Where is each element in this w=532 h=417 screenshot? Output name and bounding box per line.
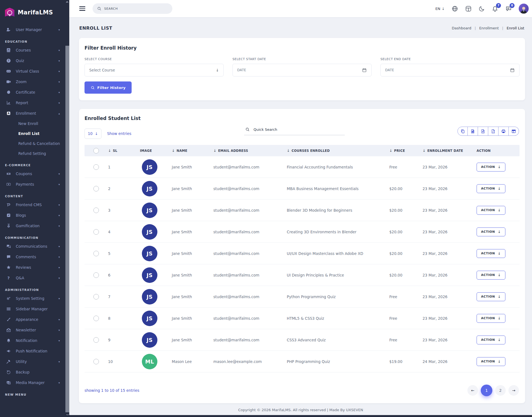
sidebar-item-backup[interactable]: Backup <box>0 367 65 377</box>
row-select-radio[interactable] <box>93 272 99 278</box>
action-button[interactable]: ACTION↓ <box>477 163 505 172</box>
end-date-input[interactable] <box>385 68 510 72</box>
pagination-page-1[interactable]: 1 <box>481 385 492 396</box>
sidebar-subitem-refund-cancellation[interactable]: Refund & Cancellation <box>0 139 65 149</box>
action-button[interactable]: ACTION↓ <box>477 314 505 323</box>
pagination-page-2[interactable]: 2 <box>495 385 506 396</box>
action-button[interactable]: ACTION↓ <box>477 249 505 258</box>
sidebar-item-coupons[interactable]: Coupons▾ <box>0 168 65 179</box>
column-header-email-address[interactable]: ↓EMAIL ADDRESS <box>213 149 287 153</box>
action-button[interactable]: ACTION↓ <box>477 206 505 215</box>
sidebar-item-utility[interactable]: Utility▾ <box>0 356 65 367</box>
row-select-radio[interactable] <box>93 316 99 321</box>
row-select-radio[interactable] <box>93 186 99 191</box>
action-button[interactable]: ACTION↓ <box>477 271 505 280</box>
column-header-sl[interactable]: ↓SL <box>108 149 140 153</box>
file-pdf-button[interactable]: A <box>488 127 498 136</box>
layout-icon[interactable] <box>465 5 472 12</box>
file-csv-button[interactable] <box>478 127 488 136</box>
breadcrumb-enroll-list[interactable]: Enroll List <box>507 26 524 30</box>
sidebar-item-payments[interactable]: Payments▾ <box>0 179 65 190</box>
sidebar-item-notification[interactable]: Notification▾ <box>0 335 65 346</box>
sidebar-item-sidebar-manager[interactable]: Sidebar Manager <box>0 304 65 314</box>
sidebar-item-media-manager[interactable]: Media Manager▾ <box>0 377 65 388</box>
copy-button[interactable] <box>457 127 468 136</box>
global-search-input[interactable] <box>104 7 160 11</box>
sidebar-item-blogs[interactable]: Blogs▾ <box>0 210 65 221</box>
user-avatar[interactable] <box>519 4 529 14</box>
calendar-icon[interactable] <box>510 68 515 73</box>
end-date-field[interactable] <box>380 64 520 76</box>
action-button[interactable]: ACTION↓ <box>477 292 505 301</box>
row-select-radio[interactable] <box>93 359 99 364</box>
student-avatar: JS <box>142 246 157 261</box>
row-select-radio[interactable] <box>93 229 99 235</box>
sidebar-item-communications[interactable]: Communications▾ <box>0 241 65 252</box>
sidebar-subitem-new-enroll[interactable]: New Enroll <box>0 119 65 129</box>
column-header-enrollment-date[interactable]: ↓ENROLLMENT DATE <box>423 149 477 153</box>
row-select-radio[interactable] <box>93 251 99 256</box>
sidebar-item-reviews[interactable]: Reviews▾ <box>0 262 65 273</box>
sidebar-item-quiz[interactable]: ?Quiz▾ <box>0 55 65 66</box>
sidebar-item-frontend-cms[interactable]: Frontend CMS▾ <box>0 199 65 210</box>
hamburger-menu-icon[interactable] <box>79 5 85 12</box>
action-button[interactable]: ACTION↓ <box>477 184 505 193</box>
sidebar-item-courses[interactable]: Courses▾ <box>0 45 65 55</box>
breadcrumb-dashboard[interactable]: Dashboard <box>452 26 471 30</box>
scroll-up-button[interactable] <box>65 0 69 4</box>
columns-button[interactable] <box>509 127 519 136</box>
sidebar-item-comments[interactable]: Comments▾ <box>0 252 65 262</box>
logo-icon <box>4 6 16 19</box>
breadcrumb-enrollment[interactable]: Enrollment <box>479 26 499 30</box>
global-search[interactable] <box>93 3 172 14</box>
notifications-bell-icon[interactable]: 7 <box>492 5 498 12</box>
pagination-next[interactable]: → <box>508 385 519 396</box>
sidebar-item-report[interactable]: Report▾ <box>0 98 65 108</box>
sidebar-item-virtual-class[interactable]: Virtual Class▾ <box>0 66 65 76</box>
sidebar-scrollbar[interactable] <box>65 0 69 417</box>
row-select-radio[interactable] <box>93 294 99 300</box>
dark-mode-moon-icon[interactable] <box>479 6 485 12</box>
filter-history-button[interactable]: Filter History <box>85 81 132 94</box>
sidebar-item-label: Q&A <box>16 276 24 280</box>
file-excel-button[interactable] <box>468 127 478 136</box>
sidebar-item-user-manager[interactable]: User Manager▾ <box>0 24 65 35</box>
sidebar-item-system-setting[interactable]: System Setting▾ <box>0 293 65 304</box>
sidebar-subitem-enroll-list[interactable]: Enroll List <box>0 129 65 139</box>
app-logo[interactable]: MarifaLMS <box>0 0 65 24</box>
select-all-radio[interactable] <box>93 148 99 154</box>
sidebar-item-enrollment[interactable]: AEnrollment▴ <box>0 108 65 119</box>
sidebar-item-q-a[interactable]: ?Q&A▾ <box>0 273 65 283</box>
column-header-name[interactable]: ↓NAME <box>172 149 213 153</box>
cell-date: 23 Mar, 2026 <box>423 295 477 299</box>
action-button[interactable]: ACTION↓ <box>477 357 505 366</box>
sidebar-subitem-refund-setting[interactable]: Refund Setting <box>0 149 65 158</box>
course-select[interactable]: Select Course ↓ <box>85 64 224 76</box>
sidebar-item-certificate[interactable]: Certificate▾ <box>0 87 65 98</box>
quick-search[interactable] <box>244 126 345 135</box>
row-select-radio[interactable] <box>93 164 99 170</box>
row-select-radio[interactable] <box>93 208 99 213</box>
column-header-courses-enrolled[interactable]: ↓COURSES ENROLLED <box>287 149 389 153</box>
calendar-icon[interactable] <box>362 68 367 73</box>
pagination-prev[interactable]: ← <box>467 385 478 396</box>
start-date-input[interactable] <box>237 68 362 72</box>
sidebar-item-push-notification[interactable]: Push Notification <box>0 346 65 356</box>
show-entries-label: Show entries <box>107 131 132 136</box>
action-button[interactable]: ACTION↓ <box>477 336 505 344</box>
page-size-select[interactable]: 10 ↓ <box>85 129 101 139</box>
quick-search-input[interactable] <box>254 127 331 132</box>
messages-chat-icon[interactable]: 0 <box>505 5 512 12</box>
sidebar-scrollbar-thumb[interactable] <box>65 0 69 46</box>
language-selector[interactable]: EN ↓ <box>435 7 445 11</box>
start-date-field[interactable] <box>232 64 372 76</box>
sidebar-item-zoom[interactable]: Zoom▾ <box>0 76 65 87</box>
sidebar-item-gamification[interactable]: ★Gamification▾ <box>0 221 65 231</box>
sidebar-item-newsletter[interactable]: Newsletter▾ <box>0 325 65 335</box>
column-header-price[interactable]: ↓PRICE <box>389 149 423 153</box>
row-select-radio[interactable] <box>93 337 99 343</box>
globe-icon[interactable] <box>451 5 458 12</box>
action-button[interactable]: ACTION↓ <box>477 227 505 236</box>
sidebar-item-appearance[interactable]: Appearance▾ <box>0 314 65 325</box>
print-button[interactable] <box>498 127 509 136</box>
